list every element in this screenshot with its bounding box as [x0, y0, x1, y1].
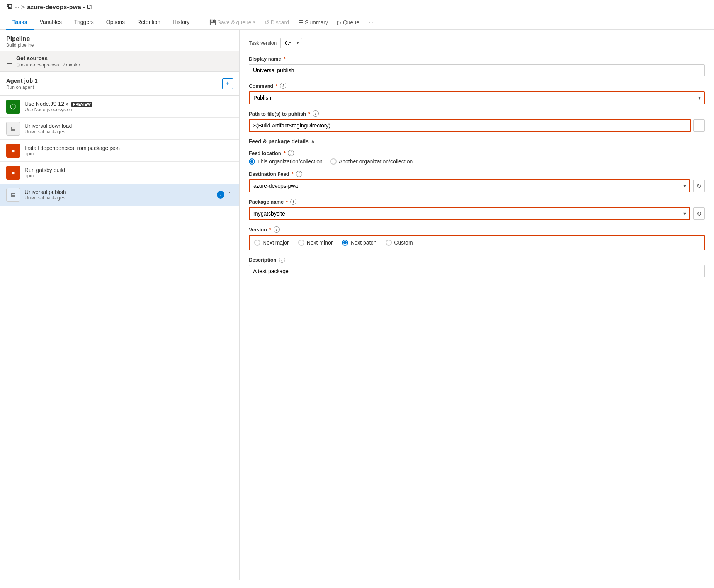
version-group: Version * i Next major Next minor Next p…	[249, 226, 705, 250]
tab-retention[interactable]: Retention	[131, 15, 167, 30]
package-name-select[interactable]: mygatsbysite other-package	[249, 207, 690, 220]
page-title: azure-devops-pwa - CI	[27, 4, 93, 11]
get-sources-meta: ⊡ azure-devops-pwa ⑂ master	[16, 62, 80, 68]
task-item-gatsby-build[interactable]: ■ Run gatsby build npm	[0, 162, 239, 184]
task-item-universal-download[interactable]: ▤ Universal download Universal packages	[0, 118, 239, 140]
path-info-icon[interactable]: i	[313, 110, 319, 117]
radio-next-major[interactable]: Next major	[254, 240, 289, 246]
description-info-icon[interactable]: i	[279, 257, 285, 263]
more-button[interactable]: ···	[365, 17, 377, 28]
task-nodejs-content: Use Node.JS 12.x PREVIEW Use Node.js eco…	[25, 101, 233, 112]
get-sources-icon: ☰	[6, 57, 12, 66]
task-item-nodejs[interactable]: ⬡ Use Node.JS 12.x PREVIEW Use Node.js e…	[0, 96, 239, 118]
right-panel: Task version 0.* ▾ Display name * Comman…	[240, 30, 714, 580]
pipeline-header: Pipeline Build pipeline ···	[0, 30, 239, 51]
tab-options[interactable]: Options	[100, 15, 131, 30]
task-item-universal-publish[interactable]: ▤ Universal publish Universal packages ✓…	[0, 184, 239, 206]
path-browse-button[interactable]: ···	[693, 119, 705, 132]
save-queue-button[interactable]: 💾 Save & queue ▾	[206, 17, 259, 28]
dest-feed-select[interactable]: azure-devops-pwa other-feed	[249, 179, 690, 192]
task-gatsby-build-content: Run gatsby build npm	[25, 167, 233, 178]
add-task-button[interactable]: +	[222, 78, 233, 89]
home-icon: 🏗	[6, 4, 12, 11]
package-name-refresh-button[interactable]: ↻	[693, 207, 705, 220]
description-input[interactable]	[249, 265, 705, 277]
radio-next-minor[interactable]: Next minor	[298, 240, 333, 246]
agent-job-info: Agent job 1 Run on agent	[6, 77, 38, 90]
breadcrumb-nav: >	[21, 4, 25, 11]
agent-job-section: Agent job 1 Run on agent +	[0, 72, 239, 96]
universal-publish-icon: ▤	[6, 188, 20, 202]
path-input[interactable]	[249, 119, 691, 132]
dest-feed-refresh-button[interactable]: ↻	[693, 180, 705, 192]
tab-tasks[interactable]: Tasks	[6, 15, 34, 30]
main-layout: Pipeline Build pipeline ··· ☰ Get source…	[0, 30, 714, 580]
path-required: *	[308, 111, 310, 117]
save-queue-chevron: ▾	[253, 20, 255, 25]
queue-button[interactable]: ▷ Queue	[333, 17, 363, 28]
task-universal-publish-actions: ✓ ⋮	[217, 191, 233, 199]
command-label: Command * i	[249, 83, 705, 89]
package-name-select-wrapper: mygatsbysite other-package ▾	[249, 207, 690, 220]
command-select[interactable]: Publish Download	[249, 91, 705, 104]
summary-button[interactable]: ☰ Summary	[294, 17, 332, 28]
task-item-install-deps[interactable]: ■ Install dependencies from package.json…	[0, 140, 239, 162]
nodejs-icon: ⬡	[6, 100, 20, 114]
task-check-icon: ✓	[217, 191, 224, 199]
discard-button[interactable]: ↺ Discard	[261, 17, 293, 28]
task-gatsby-build-name: Run gatsby build	[25, 167, 233, 173]
radio-custom[interactable]: Custom	[386, 240, 413, 246]
version-label: Version * i	[249, 226, 705, 233]
task-version-label: Task version	[249, 40, 277, 46]
tab-triggers[interactable]: Triggers	[68, 15, 100, 30]
dest-feed-required: *	[292, 171, 294, 177]
version-info-icon[interactable]: i	[274, 226, 280, 233]
package-name-row: mygatsbysite other-package ▾ ↻	[249, 207, 705, 220]
task-install-deps-content: Install dependencies from package.json n…	[25, 145, 233, 156]
get-sources-branch: ⑂ master	[62, 62, 80, 68]
radio-this-org[interactable]: This organization/collection	[249, 158, 323, 165]
agent-job-subtitle: Run on agent	[6, 85, 38, 90]
discard-icon: ↺	[265, 19, 269, 25]
nav-tabs: Tasks Variables Triggers Options Retenti…	[0, 15, 714, 30]
command-group: Command * i Publish Download ▾	[249, 83, 705, 104]
display-name-input[interactable]	[249, 64, 705, 76]
display-name-required: *	[284, 56, 286, 62]
nav-divider	[199, 18, 199, 27]
save-icon: 💾	[209, 19, 216, 25]
radio-next-patch[interactable]: Next patch	[342, 240, 376, 246]
get-sources-content: Get sources ⊡ azure-devops-pwa ⑂ master	[16, 55, 80, 68]
feed-location-group: Feed location * i This organization/coll…	[249, 150, 705, 165]
dest-feed-group: Destination Feed * i azure-devops-pwa ot…	[249, 171, 705, 192]
gatsby-build-icon: ■	[6, 166, 20, 180]
queue-icon: ▷	[337, 19, 342, 25]
dest-feed-info-icon[interactable]: i	[296, 171, 302, 177]
description-label: Description i	[249, 257, 705, 263]
tab-history[interactable]: History	[167, 15, 196, 30]
section-collapse-icon: ∧	[311, 139, 314, 144]
left-panel: Pipeline Build pipeline ··· ☰ Get source…	[0, 30, 240, 580]
task-universal-publish-content: Universal publish Universal packages	[25, 189, 212, 201]
feed-section-header[interactable]: Feed & package details ∧	[249, 138, 705, 144]
pipeline-info: Pipeline Build pipeline	[6, 36, 34, 48]
command-info-icon[interactable]: i	[280, 83, 286, 89]
get-sources-section[interactable]: ☰ Get sources ⊡ azure-devops-pwa ⑂ maste…	[0, 51, 239, 72]
breadcrumb: 🏗 ··· > azure-devops-pwa - CI	[6, 4, 93, 11]
task-version-select[interactable]: 0.*	[280, 38, 302, 48]
branch-icon: ⑂	[62, 63, 65, 67]
radio-this-org-circle	[249, 158, 255, 165]
feed-location-info-icon[interactable]: i	[288, 150, 294, 156]
package-name-info-icon[interactable]: i	[290, 199, 296, 205]
task-install-deps-name: Install dependencies from package.json	[25, 145, 233, 151]
breadcrumb-dots[interactable]: ···	[15, 5, 19, 10]
task-install-deps-sub: npm	[25, 151, 233, 156]
pipeline-dots-button[interactable]: ···	[223, 37, 233, 47]
install-deps-icon: ■	[6, 144, 20, 158]
task-version-row: Task version 0.* ▾	[249, 38, 705, 48]
display-name-label: Display name *	[249, 56, 705, 62]
task-more-button[interactable]: ⋮	[227, 191, 233, 199]
radio-another-org[interactable]: Another organization/collection	[330, 158, 413, 165]
tab-variables[interactable]: Variables	[34, 15, 68, 30]
task-universal-download-content: Universal download Universal packages	[25, 123, 233, 134]
command-select-wrapper: Publish Download ▾	[249, 91, 705, 104]
